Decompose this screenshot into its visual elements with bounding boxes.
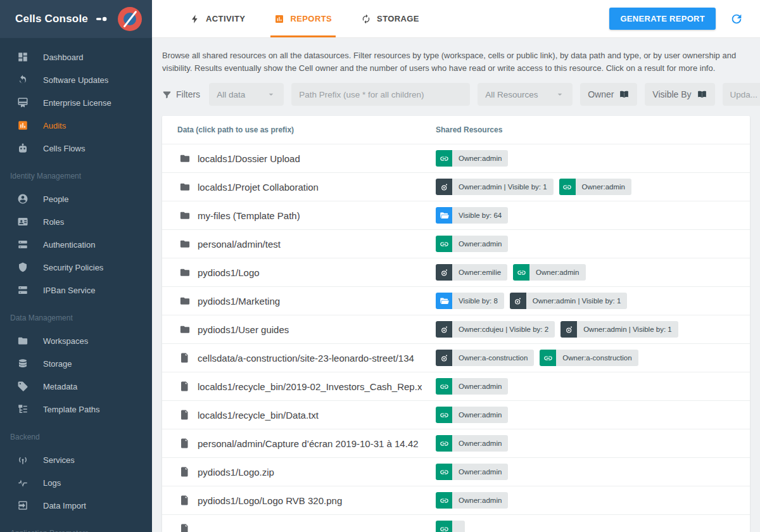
share-badge-workspace[interactable]: Visible by: 64 [436, 207, 508, 224]
results-table: Data (click path to use as prefix) Share… [162, 116, 750, 532]
sidebar-item-template-paths[interactable]: Template Paths [0, 398, 152, 421]
table-row[interactable]: localds1/Dossier UploadOwner:admin [162, 144, 750, 172]
shared-resources-cell: Owner:admin [436, 407, 750, 423]
wsfolder-icon [436, 207, 452, 224]
share-badge-label: Owner:admin | Visible by: 1 [452, 179, 554, 195]
cells-logo-icon [118, 7, 142, 31]
tab-activity[interactable]: ACTIVITY [190, 0, 245, 37]
path-prefix-input[interactable]: Path Prefix (use * for all children) [291, 83, 470, 106]
sidebar-item-logs[interactable]: Logs [0, 471, 152, 494]
sidebar-item-ipban-service[interactable]: IPBan Service [0, 279, 152, 301]
table-row[interactable]: pydiods1/MarketingVisible by: 8Owner:adm… [162, 286, 750, 315]
share-badge-cells[interactable]: Owner:admin | Visible by: 1 [436, 179, 554, 195]
table-row[interactable] [162, 514, 750, 532]
share-badge-link[interactable]: Owner:admin [513, 264, 585, 281]
table-row[interactable]: localds1/Projet CollaborationOwner:admin… [162, 172, 750, 201]
table-row[interactable]: pydiods1/LogoOwner:emilieOwner:admin [162, 258, 750, 286]
table-row[interactable]: pydiods1/Logo.zipOwner:admin [162, 457, 750, 486]
share-badge-cells[interactable]: Owner:cdujeu | Visible by: 2 [436, 321, 555, 338]
sidebar-item-dashboard[interactable]: Dashboard [0, 46, 152, 68]
sidebar-item-authentication[interactable]: Authentication [0, 233, 152, 256]
column-header-resources: Shared Resources [436, 125, 750, 134]
data-path[interactable]: localds1/recycle_bin/2019-02_Investors_C… [198, 381, 422, 392]
share-badge-link[interactable]: Owner:admin [436, 492, 508, 509]
resources-select[interactable]: All Resources [478, 83, 573, 106]
link-icon [436, 378, 452, 395]
sidebar-item-software-updates[interactable]: Software Updates [0, 68, 152, 91]
sidebar-toggle-icon[interactable] [95, 12, 109, 26]
share-badge-cells[interactable]: Owner:emilie [436, 264, 507, 281]
data-path[interactable]: personal/admin/test [198, 239, 281, 250]
generate-report-button[interactable]: GENERATE REPORT [609, 8, 716, 30]
table-row[interactable]: pydiods1/User guidesOwner:cdujeu | Visib… [162, 315, 750, 343]
data-path[interactable]: pydiods1/Logo/Logo RVB 320.png [198, 495, 342, 506]
share-badge-link[interactable]: Owner:admin [436, 407, 508, 423]
folder-icon [179, 267, 191, 278]
folder-icon [179, 295, 191, 307]
data-path[interactable]: pydiods1/User guides [198, 324, 289, 335]
table-row[interactable]: localds1/recycle_bin/Data.txtOwner:admin [162, 400, 750, 429]
folder-icon [179, 153, 191, 164]
share-badge-link[interactable]: Owner:admin [559, 179, 631, 195]
data-path[interactable]: cellsdata/a-construction/site-23-leonard… [198, 353, 414, 364]
share-badge-workspace[interactable]: Visible by: 8 [436, 293, 504, 309]
sidebar-item-data-import[interactable]: Data Import [0, 494, 152, 517]
tab-label: REPORTS [290, 14, 332, 23]
share-badge-link[interactable]: Owner:admin [436, 435, 508, 452]
share-badge-link[interactable]: Owner:admin [436, 236, 508, 252]
data-path[interactable]: localds1/Dossier Upload [198, 153, 300, 164]
visible-by-filter[interactable]: Visible By [645, 83, 714, 106]
share-badge-cells[interactable]: Owner:admin | Visible by: 1 [510, 293, 628, 309]
data-path[interactable]: pydiods1/Logo [198, 267, 260, 278]
storagetab-icon [361, 14, 371, 24]
cells-icon [510, 293, 526, 309]
sidebar-item-label: Software Updates [43, 75, 108, 85]
sidebar-item-roles[interactable]: Roles [0, 210, 152, 233]
sidebar-item-label: Enterprise License [43, 98, 111, 108]
data-path-cell: localds1/Dossier Upload [162, 153, 436, 164]
server-icon [16, 239, 29, 250]
sidebar-item-workspaces[interactable]: Workspaces [0, 329, 152, 352]
table-row[interactable]: personal/admin/testOwner:admin [162, 229, 750, 258]
table-row[interactable]: pydiods1/Logo/Logo RVB 320.pngOwner:admi… [162, 486, 750, 514]
sidebar-item-storage[interactable]: Storage [0, 352, 152, 375]
tab-reports[interactable]: REPORTS [274, 0, 332, 37]
data-path[interactable]: pydiods1/Logo.zip [198, 467, 274, 478]
data-path[interactable]: my-files (Template Path) [198, 210, 300, 221]
share-badge-link[interactable]: Owner:admin [436, 464, 508, 480]
data-path[interactable]: personal/admin/Capture d’écran 2019-10-3… [198, 438, 419, 449]
sidebar-item-security-policies[interactable]: Security Policies [0, 256, 152, 279]
share-badge-link[interactable]: Owner:a-construction [540, 350, 638, 366]
share-badge-cells[interactable]: Owner:a-construction [436, 350, 534, 366]
sidebar-nav: DashboardSoftware UpdatesEnterprise Lice… [0, 38, 152, 532]
tab-storage[interactable]: STORAGE [361, 0, 419, 37]
share-badge-link[interactable] [436, 521, 465, 532]
share-badge-link[interactable]: Owner:admin [436, 150, 508, 167]
sidebar-item-label: Security Policies [43, 263, 103, 272]
link-icon [436, 521, 452, 532]
data-path[interactable]: pydiods1/Marketing [198, 296, 280, 307]
sidebar-item-services[interactable]: Services [0, 448, 152, 471]
refresh-icon[interactable] [730, 12, 744, 26]
sidebar-item-audits[interactable]: Audits [0, 114, 152, 137]
table-row[interactable]: cellsdata/a-construction/site-23-leonard… [162, 343, 750, 372]
share-badge-link[interactable]: Owner:admin [436, 378, 508, 395]
updated-filter[interactable]: Upda... [723, 83, 760, 106]
sidebar-item-cells-flows[interactable]: Cells Flows [0, 137, 152, 160]
data-path-cell: localds1/recycle_bin/Data.txt [162, 409, 436, 421]
sidebar-item-metadata[interactable]: Metadata [0, 375, 152, 398]
data-path[interactable]: localds1/recycle_bin/Data.txt [198, 410, 319, 421]
table-row[interactable]: personal/admin/Capture d’écran 2019-10-3… [162, 429, 750, 457]
table-row[interactable]: localds1/recycle_bin/2019-02_Investors_C… [162, 372, 750, 400]
sidebar-item-people[interactable]: People [0, 187, 152, 210]
sidebar-item-label: Metadata [43, 382, 77, 391]
sidebar-item-enterprise-license[interactable]: Enterprise License [0, 91, 152, 114]
data-path[interactable]: localds1/Projet Collaboration [198, 182, 319, 193]
link-icon [436, 150, 452, 167]
share-badge-cells[interactable]: Owner:admin | Visible by: 1 [560, 321, 678, 338]
filters-row: Filters All data Path Prefix (use * for … [162, 83, 750, 106]
activity-icon [190, 14, 200, 24]
owner-filter[interactable]: Owner [580, 83, 637, 106]
table-row[interactable]: my-files (Template Path)Visible by: 64 [162, 201, 750, 229]
datasource-select[interactable]: All data [209, 83, 284, 106]
